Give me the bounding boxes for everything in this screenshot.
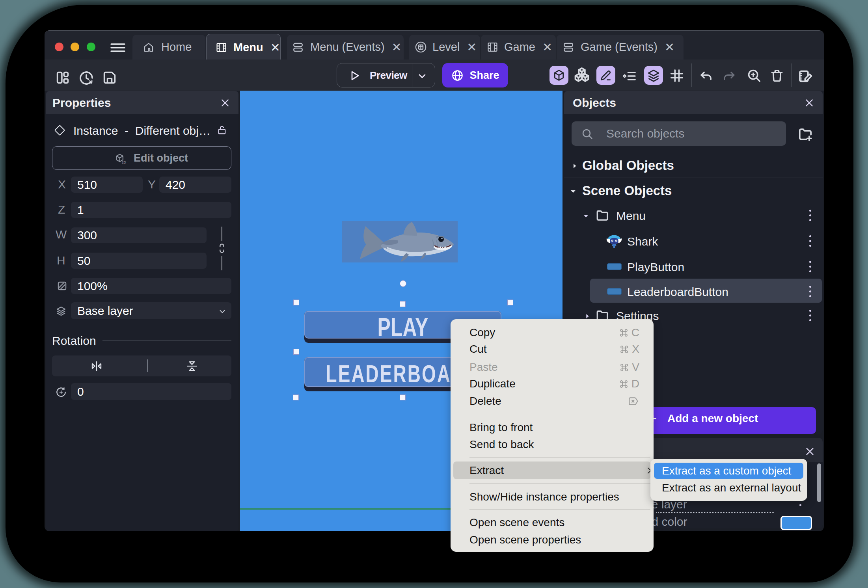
svg-text:2D: 2D [122,160,126,164]
